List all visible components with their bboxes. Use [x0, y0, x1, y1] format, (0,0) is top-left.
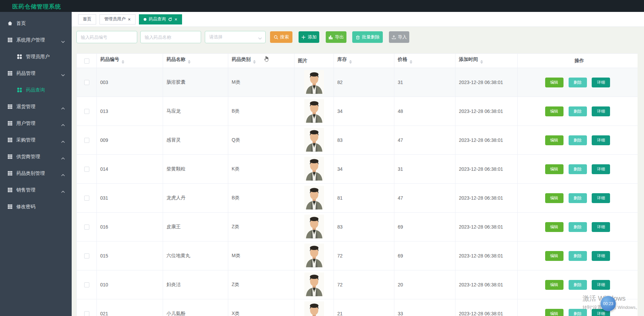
row-checkbox[interactable]: [84, 138, 89, 143]
delete-button[interactable]: 删除: [569, 164, 587, 174]
cell-drug-category: M类: [228, 242, 294, 270]
edit-button[interactable]: 编辑: [545, 222, 564, 232]
delete-button[interactable]: 删除: [569, 193, 587, 203]
cell-drug-code: 009: [97, 126, 163, 155]
edit-button[interactable]: 编辑: [545, 164, 564, 174]
row-checkbox[interactable]: [84, 224, 89, 230]
cell-stock: 83: [334, 126, 394, 155]
detail-button[interactable]: 详细: [592, 222, 610, 232]
sidebar-item-修改密码[interactable]: 修改密码: [0, 198, 72, 215]
delete-button[interactable]: 删除: [569, 135, 587, 145]
sidebar-item-采购管理[interactable]: 采购管理: [0, 132, 72, 148]
sidebar-item-药品查询[interactable]: 药品查询: [0, 82, 72, 98]
edit-button[interactable]: 编辑: [545, 193, 564, 203]
drug-image-avatar[interactable]: [304, 301, 324, 316]
category-select[interactable]: 请选择: [205, 31, 266, 43]
sidebar-item-管理员用户[interactable]: 管理员用户: [0, 48, 72, 65]
row-checkbox[interactable]: [84, 109, 89, 114]
tab-药品查询[interactable]: 药品查询 ×: [139, 14, 182, 24]
row-checkbox[interactable]: [84, 167, 89, 172]
row-checkbox[interactable]: [84, 282, 89, 287]
screen-timer-bubble[interactable]: 00:23: [601, 296, 616, 311]
close-icon[interactable]: ×: [128, 17, 131, 22]
column-header[interactable]: 价格: [394, 54, 455, 68]
edit-button[interactable]: 编辑: [545, 78, 564, 87]
detail-button[interactable]: 详细: [592, 251, 610, 261]
cell-drug-name: 妇炎洁: [163, 270, 228, 299]
delete-button[interactable]: 删除: [569, 106, 587, 116]
row-checkbox[interactable]: [84, 196, 89, 201]
table-row: 013 马应龙 B类 34 48 2023-12-28: [77, 97, 638, 126]
drug-name-input[interactable]: [140, 31, 201, 43]
row-checkbox[interactable]: [84, 311, 89, 316]
row-checkbox[interactable]: [84, 80, 89, 85]
sidebar-item-药品类别管理[interactable]: 药品类别管理: [0, 165, 72, 182]
detail-button[interactable]: 详细: [592, 164, 610, 174]
column-header[interactable]: 药品类别: [228, 54, 294, 68]
add-button[interactable]: 添加: [299, 31, 319, 43]
refresh-icon[interactable]: [168, 17, 172, 21]
drug-image-avatar[interactable]: [304, 157, 324, 181]
delete-button[interactable]: 删除: [569, 78, 587, 87]
column-header[interactable]: 药品名称: [163, 54, 228, 68]
detail-button[interactable]: 详细: [592, 280, 610, 290]
export-button[interactable]: 导出: [326, 31, 346, 43]
tab-首页[interactable]: 首页 ×: [78, 14, 96, 24]
cell-price: 69: [394, 213, 455, 242]
table-header-row: 药品编号药品名称药品类别图片库存价格添加时间操作: [77, 54, 638, 68]
delete-button[interactable]: 删除: [569, 309, 587, 316]
edit-button[interactable]: 编辑: [545, 280, 564, 290]
cell-stock: 82: [334, 68, 394, 97]
drug-image-avatar[interactable]: [304, 99, 324, 123]
delete-button[interactable]: 删除: [569, 222, 587, 232]
drug-image-avatar[interactable]: [304, 272, 324, 296]
chevron-icon: [61, 155, 65, 158]
batch-delete-button[interactable]: 批量删除: [352, 31, 383, 43]
import-button[interactable]: 导入: [389, 31, 409, 43]
drug-image-avatar[interactable]: [304, 70, 324, 94]
detail-button[interactable]: 详细: [592, 78, 610, 87]
sidebar-item-退货管理[interactable]: 退货管理: [0, 98, 72, 115]
detail-button[interactable]: 详细: [592, 193, 610, 203]
search-button[interactable]: 搜索: [270, 31, 292, 43]
sort-caret-icon[interactable]: [480, 59, 483, 65]
submenu-icon: [17, 87, 22, 93]
drug-image-avatar[interactable]: [304, 128, 324, 152]
tab-管理员用户[interactable]: 管理员用户 ×: [100, 14, 136, 24]
edit-button[interactable]: 编辑: [545, 309, 564, 316]
row-checkbox[interactable]: [84, 253, 89, 259]
edit-button[interactable]: 编辑: [545, 135, 564, 145]
close-icon[interactable]: ×: [175, 17, 177, 22]
sidebar-item-用户管理[interactable]: 用户管理: [0, 115, 72, 132]
cell-stock: 83: [334, 213, 394, 242]
cell-drug-name: 马应龙: [163, 97, 228, 126]
edit-button[interactable]: 编辑: [545, 251, 564, 261]
select-all-checkbox[interactable]: [84, 59, 89, 64]
sidebar-item-药品管理[interactable]: 药品管理: [0, 65, 72, 82]
column-header[interactable]: 添加时间: [455, 54, 518, 68]
drug-image-avatar[interactable]: [304, 186, 324, 210]
drug-image-avatar[interactable]: [304, 244, 324, 267]
drug-code-input[interactable]: [76, 31, 137, 43]
sort-caret-icon[interactable]: [188, 59, 191, 65]
drug-image-avatar[interactable]: [304, 215, 324, 238]
sidebar-item-系统用户管理[interactable]: 系统用户管理: [0, 32, 72, 48]
delete-button[interactable]: 删除: [569, 251, 587, 261]
bar-chart-icon: [328, 35, 333, 39]
column-header[interactable]: 库存: [334, 54, 394, 68]
delete-button[interactable]: 删除: [569, 280, 587, 290]
detail-button[interactable]: 详细: [592, 135, 610, 145]
cell-drug-code: 003: [97, 68, 163, 97]
sort-caret-icon[interactable]: [122, 59, 124, 65]
cell-drug-code: 010: [97, 270, 163, 299]
sort-caret-icon[interactable]: [349, 59, 352, 65]
column-header[interactable]: 药品编号: [97, 54, 163, 68]
sidebar-item-首页[interactable]: 首页: [0, 15, 72, 32]
sort-caret-icon[interactable]: [253, 59, 256, 65]
sort-caret-icon[interactable]: [410, 59, 412, 65]
edit-button[interactable]: 编辑: [545, 106, 564, 116]
sidebar-item-供货商管理[interactable]: 供货商管理: [0, 148, 72, 165]
detail-button[interactable]: 详细: [592, 106, 610, 116]
tab-bar: 首页 × 管理员用户 × 药品查询 ×: [72, 12, 644, 27]
sidebar-item-销售管理[interactable]: 销售管理: [0, 182, 72, 198]
